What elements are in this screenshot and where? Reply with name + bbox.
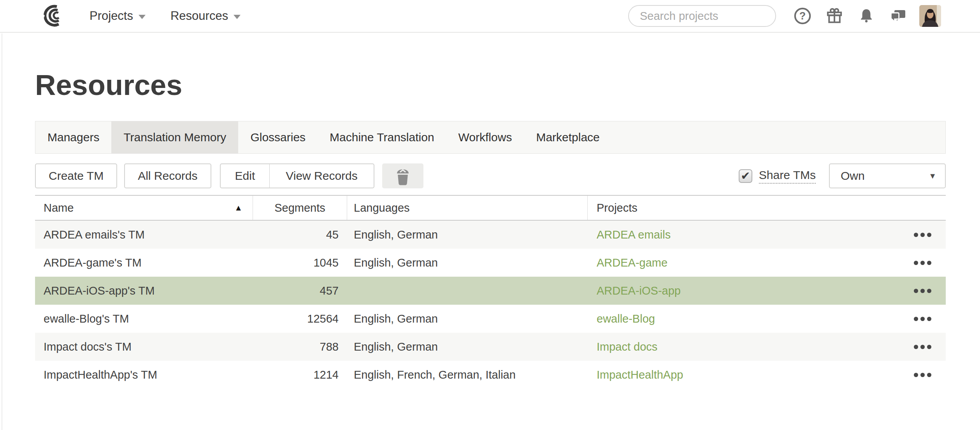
project-link[interactable]: ARDEA-game — [597, 256, 667, 269]
tab-label: Translation Memory — [123, 131, 226, 144]
row-menu-ellipsis-icon[interactable] — [914, 314, 931, 324]
column-label: Segments — [274, 202, 325, 214]
main-content: Resources Managers Translation Memory Gl… — [0, 33, 980, 389]
column-header-languages[interactable]: Languages — [347, 196, 588, 220]
column-label: Name — [44, 202, 74, 214]
tm-segments: 1045 — [253, 249, 347, 277]
tab-label: Machine Translation — [330, 131, 434, 144]
tm-table-header: Name ▲ Segments Languages Projects — [35, 195, 946, 221]
dropdown-arrow-icon: ▼ — [929, 172, 936, 181]
create-tm-button[interactable]: Create TM — [35, 163, 117, 188]
tab-managers[interactable]: Managers — [35, 121, 111, 153]
tab-machine-translation[interactable]: Machine Translation — [318, 121, 446, 153]
tm-languages: English, German — [347, 221, 588, 249]
avatar[interactable] — [919, 5, 941, 27]
tm-segments: 457 — [253, 277, 347, 305]
main-navigation: Projects Resources — [90, 9, 241, 23]
tm-languages: English, French, German, Italian — [347, 361, 588, 389]
share-tms-label[interactable]: Share TMs — [759, 168, 816, 184]
tm-segments: 1214 — [253, 361, 347, 389]
table-row[interactable]: ARDEA-iOS-app's TM 457 ARDEA-iOS-app — [35, 277, 946, 305]
tm-languages — [347, 277, 588, 305]
nav-projects-label: Projects — [90, 9, 133, 23]
table-row[interactable]: Impact docs's TM 788 English, German Imp… — [35, 333, 946, 361]
records-button-group: Edit View Records — [220, 163, 374, 188]
nav-resources-label: Resources — [170, 9, 228, 23]
row-menu-ellipsis-icon[interactable] — [914, 230, 931, 240]
tab-label: Glossaries — [250, 131, 306, 144]
edit-button[interactable]: Edit — [221, 164, 270, 188]
messages-icon[interactable] — [888, 6, 908, 26]
row-menu-ellipsis-icon[interactable] — [914, 370, 931, 380]
resource-tabs: Managers Translation Memory Glossaries M… — [35, 121, 946, 154]
column-label: Languages — [354, 202, 410, 214]
caret-down-icon — [234, 15, 241, 19]
share-tms-checkbox[interactable]: ✔ — [739, 169, 752, 183]
table-row[interactable]: ImpactHealthApp's TM 1214 English, Frenc… — [35, 361, 946, 389]
column-label: Projects — [597, 202, 638, 214]
tab-translation-memory[interactable]: Translation Memory — [111, 121, 238, 153]
table-row[interactable]: ewalle-Blog's TM 12564 English, German e… — [35, 305, 946, 333]
project-link[interactable]: ARDEA-iOS-app — [597, 284, 681, 297]
column-header-projects[interactable]: Projects — [588, 196, 946, 220]
row-menu-ellipsis-icon[interactable] — [914, 342, 931, 352]
tm-segments: 788 — [253, 333, 347, 361]
project-link[interactable]: ARDEA emails — [597, 228, 671, 241]
search-input[interactable] — [640, 10, 787, 23]
tab-label: Managers — [47, 131, 99, 144]
column-header-name[interactable]: Name ▲ — [35, 196, 253, 220]
project-link[interactable]: ImpactHealthApp — [597, 369, 683, 381]
tm-scope-value: Own — [841, 169, 865, 183]
tab-label: Marketplace — [536, 131, 599, 144]
tab-marketplace[interactable]: Marketplace — [524, 121, 611, 153]
column-header-segments[interactable]: Segments — [253, 196, 347, 220]
app-logo-icon[interactable] — [39, 4, 65, 28]
page-title: Resources — [35, 33, 946, 101]
gift-icon[interactable] — [824, 6, 845, 26]
caret-down-icon — [139, 15, 146, 19]
sort-ascending-icon: ▲ — [234, 203, 242, 212]
tm-languages: English, German — [347, 333, 588, 361]
tm-languages: English, German — [347, 305, 588, 333]
nav-resources[interactable]: Resources — [170, 9, 241, 23]
tm-segments: 12564 — [253, 305, 347, 333]
table-row[interactable]: ARDEA emails's TM 45 English, German ARD… — [35, 221, 946, 249]
notifications-icon[interactable] — [856, 6, 876, 26]
tab-label: Workflows — [458, 131, 512, 144]
tab-glossaries[interactable]: Glossaries — [238, 121, 318, 153]
tab-workflows[interactable]: Workflows — [446, 121, 524, 153]
search-projects-box — [628, 5, 776, 27]
row-menu-ellipsis-icon[interactable] — [914, 286, 931, 296]
topbar: Projects Resources ? — [0, 0, 980, 33]
share-tms-control: ✔ Share TMs — [739, 168, 816, 184]
tm-scope-dropdown[interactable]: Own ▼ — [829, 163, 946, 188]
tm-name: ImpactHealthApp's TM — [35, 361, 253, 389]
trash-icon — [394, 166, 412, 186]
tm-table: Name ▲ Segments Languages Projects ARDEA… — [35, 195, 946, 389]
tm-segments: 45 — [253, 221, 347, 249]
delete-tm-button[interactable] — [382, 163, 423, 188]
table-row[interactable]: ARDEA-game's TM 1045 English, German ARD… — [35, 249, 946, 277]
topbar-icons: ? — [792, 6, 908, 26]
svg-text:?: ? — [799, 10, 806, 22]
tm-name: ewalle-Blog's TM — [35, 305, 253, 333]
nav-projects[interactable]: Projects — [90, 9, 146, 23]
all-records-button[interactable]: All Records — [124, 163, 211, 188]
tm-toolbar: Create TM All Records Edit View Records … — [35, 163, 946, 188]
project-link[interactable]: Impact docs — [597, 340, 657, 353]
help-icon[interactable]: ? — [792, 6, 813, 26]
tm-name: Impact docs's TM — [35, 333, 253, 361]
row-menu-ellipsis-icon[interactable] — [914, 258, 931, 268]
tm-name: ARDEA emails's TM — [35, 221, 253, 249]
tm-name: ARDEA-game's TM — [35, 249, 253, 277]
view-records-button[interactable]: View Records — [269, 164, 374, 188]
tm-languages: English, German — [347, 249, 588, 277]
window-edge-line — [2, 33, 2, 430]
tm-name: ARDEA-iOS-app's TM — [35, 277, 253, 305]
project-link[interactable]: ewalle-Blog — [597, 312, 655, 325]
